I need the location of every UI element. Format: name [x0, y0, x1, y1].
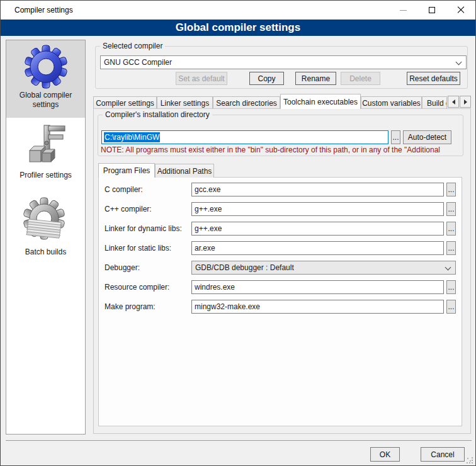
chevron-down-icon	[445, 264, 451, 271]
window-title: Compiler settings	[14, 6, 73, 14]
caliper-icon	[6, 124, 85, 169]
tab-linker-settings[interactable]: Linker settings	[157, 96, 213, 109]
rename-button[interactable]: Rename	[295, 72, 336, 85]
sidebar-item-profiler-settings[interactable]: Profiler settings	[6, 118, 85, 188]
linker-static-label: Linker for static libs:	[105, 244, 171, 253]
reset-defaults-button[interactable]: Reset defaults	[407, 72, 460, 85]
sidebar-item-global-compiler-settings[interactable]: Global compiler settings	[6, 40, 85, 118]
resource-compiler-label: Resource compiler:	[105, 283, 169, 292]
sidebar-item-label: Batch builds	[6, 246, 85, 262]
cpp-compiler-label: C++ compiler:	[105, 205, 152, 213]
browse-directory-button[interactable]: ...	[391, 130, 400, 144]
sidebar-item-label: Global compiler settings	[6, 89, 85, 115]
set-as-default-button[interactable]: Set as default	[176, 72, 227, 85]
maximize-button[interactable]	[417, 1, 446, 20]
minimize-icon	[400, 10, 407, 11]
copy-button[interactable]: Copy	[249, 72, 284, 85]
tab-additional-paths[interactable]: Additional Paths	[155, 164, 214, 178]
footer-divider	[6, 440, 472, 441]
make-program-label: Make program:	[105, 302, 156, 311]
cancel-button[interactable]: Cancel	[421, 447, 465, 462]
installation-directory-group-label: Compiler's installation directory	[103, 110, 212, 119]
make-program-input[interactable]	[191, 300, 444, 314]
resize-grip[interactable]	[467, 457, 473, 463]
installation-directory-value: C:\raylib\MinGW	[104, 132, 160, 142]
tab-search-directories[interactable]: Search directories	[213, 96, 280, 109]
minimize-button[interactable]	[388, 1, 417, 20]
linker-static-browse-button[interactable]: ...	[446, 241, 456, 255]
bin-subdirectory-note: NOTE: All programs must exist either in …	[101, 145, 462, 154]
delete-button[interactable]: Delete	[341, 72, 380, 85]
linker-dynamic-browse-button[interactable]: ...	[446, 222, 456, 236]
c-compiler-input[interactable]	[191, 183, 444, 196]
make-program-browse-button[interactable]: ...	[446, 300, 456, 314]
debugger-value: GDB/CDB debugger : Default	[195, 263, 294, 272]
selected-compiler-group-label: Selected compiler	[100, 42, 165, 50]
page-title: Global compiler settings	[1, 20, 475, 36]
maximize-icon	[429, 7, 435, 13]
linker-dynamic-label: Linker for dynamic libs:	[105, 224, 182, 233]
tab-compiler-settings[interactable]: Compiler settings	[93, 96, 157, 109]
installation-directory-input[interactable]: C:\raylib\MinGW	[101, 130, 388, 144]
cpp-compiler-browse-button[interactable]: ...	[446, 202, 456, 216]
tab-scroll-right-button[interactable]	[460, 96, 471, 108]
auto-detect-button[interactable]: Auto-detect	[403, 130, 451, 144]
tab-toolchain-executables[interactable]: Toolchain executables	[280, 94, 361, 109]
sidebar-item-label: Profiler settings	[6, 169, 85, 185]
close-icon	[457, 6, 465, 14]
sidebar-item-batch-builds[interactable]: Batch builds	[6, 188, 85, 269]
titlebar: Compiler settings	[1, 1, 475, 20]
resource-compiler-browse-button[interactable]: ...	[446, 280, 456, 294]
right-arrow-icon	[464, 99, 467, 105]
tab-scroll-left-button[interactable]	[448, 96, 459, 108]
selected-compiler-dropdown[interactable]: GNU GCC Compiler	[100, 55, 467, 69]
blue-gear-icon	[6, 44, 85, 89]
ok-button[interactable]: OK	[370, 447, 400, 462]
linker-static-input[interactable]	[191, 241, 444, 255]
selected-compiler-value: GNU GCC Compiler	[104, 58, 172, 67]
tab-build-options[interactable]: Build options	[422, 96, 447, 109]
left-arrow-icon	[452, 99, 455, 105]
cpp-compiler-input[interactable]	[191, 202, 444, 216]
debugger-dropdown[interactable]: GDB/CDB debugger : Default	[191, 261, 456, 275]
compiler-settings-window: Compiler settings Global compiler settin…	[0, 0, 476, 466]
close-button[interactable]	[446, 1, 475, 20]
resource-compiler-input[interactable]	[191, 280, 444, 294]
linker-dynamic-input[interactable]	[191, 222, 444, 236]
c-compiler-browse-button[interactable]: ...	[446, 183, 456, 196]
debugger-label: Debugger:	[105, 263, 140, 272]
gray-gear-stack-icon	[6, 197, 85, 246]
tab-program-files[interactable]: Program Files	[98, 163, 155, 178]
c-compiler-label: C compiler:	[105, 185, 143, 194]
chevron-down-icon	[456, 59, 462, 65]
tab-custom-variables[interactable]: Custom variables	[361, 96, 422, 109]
settings-category-list: Global compiler settings	[6, 40, 86, 435]
